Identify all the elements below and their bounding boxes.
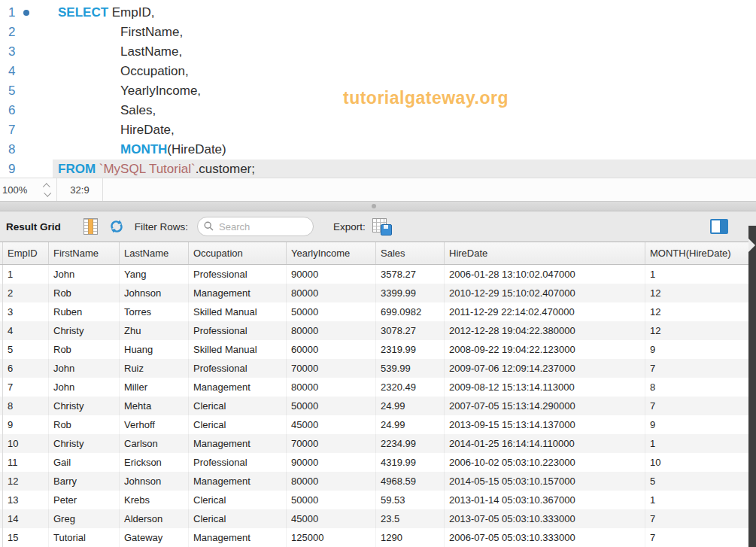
table-row[interactable]: 6JohnRuizProfessional70000539.992009-07-…: [0, 359, 756, 378]
editor-line[interactable]: 7HireDate,: [0, 120, 756, 140]
cell: Alderson: [120, 509, 189, 528]
editor-line[interactable]: 3LastName,: [0, 42, 756, 62]
splitter-handle-icon: [372, 204, 376, 208]
code-text: FirstName,: [53, 23, 756, 42]
cell: 1290: [376, 528, 445, 547]
code-token: MONTH: [120, 142, 167, 157]
column-header[interactable]: Occupation: [189, 242, 287, 264]
cell: Management: [189, 284, 287, 302]
cell: Ruben: [49, 302, 120, 321]
cell: Clerical: [189, 491, 287, 509]
line-number-gutter: 9: [0, 160, 53, 179]
search-input[interactable]: [197, 217, 314, 236]
editor-line[interactable]: 4Occupation,: [0, 62, 756, 81]
cell: 59.53: [376, 491, 445, 509]
export-save-icon[interactable]: [372, 218, 392, 236]
line-number: 1: [8, 3, 15, 23]
result-grid-icon[interactable]: [83, 218, 98, 235]
code-text: SELECT EmpID,: [53, 3, 756, 23]
code-text: FROM `MySQL Tutorial`.customer;: [53, 160, 756, 179]
cell: 3399.99: [376, 284, 445, 302]
editor-line[interactable]: 1SELECT EmpID,: [0, 3, 756, 23]
cell: 2006-07-05 05:03:10.333000: [445, 528, 645, 547]
table-row[interactable]: 13PeterKrebsClerical5000059.532013-01-14…: [0, 491, 756, 509]
pane-splitter[interactable]: [0, 202, 756, 211]
cell: Ruiz: [120, 359, 189, 378]
column-header[interactable]: EmpID: [2, 242, 49, 264]
cell: Management: [189, 434, 287, 453]
cell: 8: [2, 397, 49, 415]
collapsed-panel-strip[interactable]: [748, 226, 756, 547]
code-token: LastName,: [120, 44, 182, 59]
cell: 90000: [287, 453, 376, 472]
code-token: Sales,: [120, 103, 156, 117]
cell: Professional: [189, 321, 287, 340]
table-row[interactable]: 4ChristyZhuProfessional800003078.272012-…: [0, 321, 756, 340]
statusbar-divider: [102, 178, 103, 201]
sql-editor[interactable]: 1SELECT EmpID,2FirstName,3LastName,4Occu…: [0, 0, 756, 178]
column-header[interactable]: LastName: [120, 242, 189, 264]
cell: 1: [645, 491, 755, 509]
cell: John: [49, 359, 120, 378]
table-row[interactable]: 1JohnYangProfessional900003578.272006-01…: [0, 265, 756, 284]
column-header[interactable]: FirstName: [49, 242, 120, 264]
search-box: [197, 217, 314, 236]
line-number: 9: [8, 160, 15, 179]
code-text: Occupation,: [53, 62, 756, 81]
table-row[interactable]: 5RobHuangSkilled Manual600002319.992008-…: [0, 340, 756, 359]
editor-status-bar: 100% 32:9: [0, 178, 756, 202]
editor-line[interactable]: 8MONTH(HireDate): [0, 140, 756, 160]
editor-line[interactable]: 9FROM `MySQL Tutorial`.customer;: [0, 160, 756, 179]
result-grid-body[interactable]: 1JohnYangProfessional900003578.272006-01…: [0, 265, 756, 547]
code-token: EmpID,: [108, 5, 154, 20]
column-header[interactable]: YearlyIncome: [287, 242, 376, 264]
cell: 80000: [287, 321, 376, 340]
table-row[interactable]: 2RobJohnsonManagement800003399.992010-12…: [0, 284, 756, 302]
table-row[interactable]: 11GailEricksonProfessional900004319.9920…: [0, 453, 756, 472]
code-token: FROM: [58, 162, 96, 176]
line-number-gutter: 5: [0, 81, 53, 101]
cell: Zhu: [120, 321, 189, 340]
cell: 2010-12-29 15:10:02.407000: [445, 284, 645, 302]
table-row[interactable]: 12BarryJohnsonManagement800004968.592014…: [0, 472, 756, 491]
cell: Gateway: [120, 528, 189, 547]
column-header[interactable]: HireDate: [445, 242, 645, 264]
line-number: 5: [8, 81, 15, 101]
panel-expand-arrow-icon: [748, 239, 755, 252]
side-panel-toggle-icon[interactable]: [710, 219, 728, 234]
table-row[interactable]: 9RobVerhoffClerical4500024.992013-09-15 …: [0, 415, 756, 434]
cell: 2320.49: [376, 378, 445, 397]
cell: 80000: [287, 284, 376, 302]
column-header[interactable]: Sales: [376, 242, 445, 264]
cell: Christy: [49, 397, 120, 415]
table-row[interactable]: 15TutorialGatewayManagement1250001290200…: [0, 528, 756, 547]
table-row[interactable]: 14GregAldersonClerical4500023.52013-07-0…: [0, 509, 756, 528]
editor-line[interactable]: 2FirstName,: [0, 23, 756, 42]
column-header[interactable]: MONTH(HireDate): [645, 242, 755, 264]
table-row[interactable]: 8ChristyMehtaClerical5000024.992007-07-0…: [0, 397, 756, 415]
cell: 24.99: [376, 397, 445, 415]
cell: Erickson: [120, 453, 189, 472]
line-number: 2: [8, 23, 15, 42]
zoom-stepper[interactable]: [37, 184, 56, 196]
cell: Johnson: [120, 284, 189, 302]
line-number-gutter: 7: [0, 120, 53, 140]
cell: 8: [645, 378, 755, 397]
cell: 10: [2, 434, 49, 453]
cell: 90000: [287, 265, 376, 284]
cell: 4968.59: [376, 472, 445, 491]
table-row[interactable]: 3RubenTorresSkilled Manual50000699.09822…: [0, 302, 756, 321]
line-number: 3: [8, 42, 15, 62]
cell: Professional: [189, 359, 287, 378]
cell: Johnson: [120, 472, 189, 491]
table-row[interactable]: 10ChristyCarlsonManagement700002234.9920…: [0, 434, 756, 453]
result-grid-title: Result Grid: [6, 221, 61, 232]
cell: 3: [2, 302, 49, 321]
cell: 2007-07-05 15:13:14.290000: [445, 397, 645, 415]
cell: 15: [2, 528, 49, 547]
refresh-icon[interactable]: [109, 219, 124, 234]
cell: 2013-07-05 05:03:10.333000: [445, 509, 645, 528]
chevron-down-icon: [44, 189, 51, 196]
cell: Rob: [49, 284, 120, 302]
table-row[interactable]: 7JohnMillerManagement800002320.492009-08…: [0, 378, 756, 397]
